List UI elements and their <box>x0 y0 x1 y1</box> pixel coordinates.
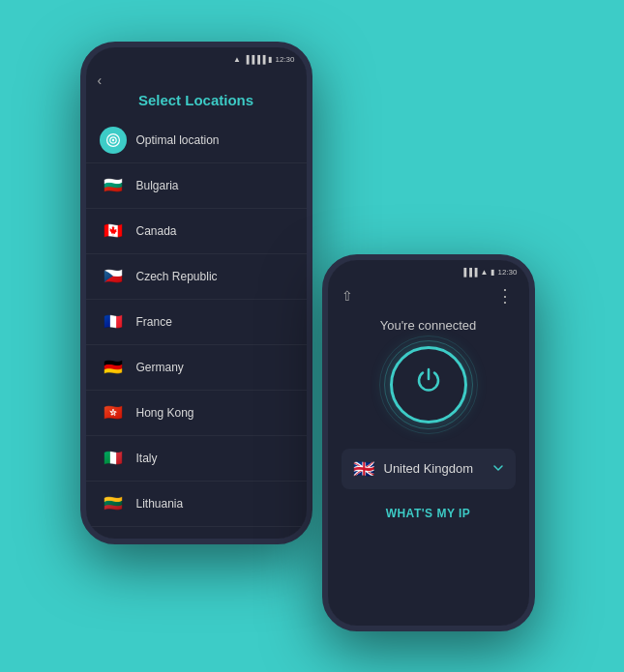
location-name-lithuania: Lithuania <box>136 497 184 511</box>
flag-hong-kong: 🇭🇰 <box>100 399 127 426</box>
wifi-icon: ▲ <box>233 55 241 64</box>
power-button <box>311 125 312 163</box>
status-bar-left: ▲ ▐▐▐▐ ▮ 12:30 <box>86 47 307 69</box>
phone-right: ▐▐▐ ▲ ▮ 12:30 ⇧ ⋮ You're connected <box>322 254 535 631</box>
status-icons-right: ▐▐▐ ▲ ▮ 12:30 <box>461 268 518 277</box>
list-item-optimal[interactable]: Optimal location <box>86 118 307 163</box>
time-right: 12:30 <box>497 268 517 277</box>
svg-point-2 <box>111 138 113 140</box>
left-phone-screen: ▲ ▐▐▐▐ ▮ 12:30 ‹ Select Locations <box>86 47 307 539</box>
signal-icon: ▐▐▐▐ <box>244 55 266 64</box>
more-button[interactable]: ⋮ <box>496 285 516 307</box>
list-item-france[interactable]: 🇫🇷 France <box>86 300 307 345</box>
location-name-germany: Germany <box>136 361 184 374</box>
power-button-right <box>533 337 535 376</box>
power-icon <box>413 365 444 403</box>
phone-left: ▲ ▐▐▐▐ ▮ 12:30 ‹ Select Locations <box>80 42 312 544</box>
country-name: United Kingdom <box>384 461 492 476</box>
battery-icon: ▮ <box>268 55 272 64</box>
location-name-italy: Italy <box>136 452 158 465</box>
list-item-hong-kong[interactable]: 🇭🇰 Hong Kong <box>86 391 307 436</box>
power-circle[interactable] <box>390 346 467 424</box>
connected-section: You're connected <box>328 314 529 437</box>
optimal-icon <box>100 127 127 154</box>
list-item-lithuania[interactable]: 🇱🇹 Lithuania <box>86 482 307 527</box>
flag-canada: 🇨🇦 <box>100 218 127 245</box>
flag-bulgaria: 🇧🇬 <box>100 172 127 199</box>
flag-germany: 🇩🇪 <box>100 354 127 381</box>
list-item-czech-republic[interactable]: 🇨🇿 Czech Republic <box>86 254 307 300</box>
list-item-germany[interactable]: 🇩🇪 Germany <box>86 345 307 391</box>
chevron-down-icon <box>492 461 504 477</box>
location-list: Optimal location 🇧🇬 Bulgaria 🇨🇦 Canada <box>86 118 307 539</box>
volume-up-button <box>80 134 82 163</box>
back-button[interactable]: ‹ <box>98 73 103 88</box>
location-name-canada: Canada <box>136 224 177 238</box>
volume-down-button <box>80 173 82 202</box>
flag-france: 🇫🇷 <box>100 308 127 336</box>
right-phone-screen: ▐▐▐ ▲ ▮ 12:30 ⇧ ⋮ You're connected <box>328 260 529 626</box>
country-flag: 🇬🇧 <box>353 458 374 480</box>
status-bar-right: ▐▐▐ ▲ ▮ 12:30 <box>328 260 529 281</box>
country-selector[interactable]: 🇬🇧 United Kingdom <box>342 449 516 489</box>
battery-icon-right: ▮ <box>490 268 494 277</box>
wifi-icon-right: ▲ <box>481 268 489 277</box>
whats-my-ip-button[interactable]: WHAT'S MY IP <box>328 497 529 530</box>
list-item-italy[interactable]: 🇮🇹 Italy <box>86 436 307 482</box>
list-item-canada[interactable]: 🇨🇦 Canada <box>86 209 307 254</box>
flag-czech-republic: 🇨🇿 <box>100 263 127 290</box>
list-item-bulgaria[interactable]: 🇧🇬 Bulgaria <box>86 163 307 209</box>
location-name-optimal: Optimal location <box>136 133 220 147</box>
right-phone-header: ⇧ ⋮ <box>328 281 529 314</box>
time-left: 12:30 <box>275 55 294 64</box>
share-button[interactable]: ⇧ <box>342 288 353 304</box>
phones-container: ▲ ▐▐▐▐ ▮ 12:30 ‹ Select Locations <box>61 22 564 651</box>
location-name-france: France <box>136 315 172 329</box>
flag-italy: 🇮🇹 <box>100 445 127 472</box>
status-icons-left: ▲ ▐▐▐▐ ▮ 12:30 <box>233 55 295 64</box>
screen-title: Select Locations <box>138 92 253 108</box>
left-phone-header: ‹ Select Locations <box>86 69 307 118</box>
location-name-hong-kong: Hong Kong <box>136 406 194 420</box>
location-name-czech-republic: Czech Republic <box>136 270 218 283</box>
signal-icon-right: ▐▐▐ <box>461 268 478 277</box>
connected-text: You're connected <box>380 318 477 333</box>
flag-lithuania: 🇱🇹 <box>100 490 127 517</box>
location-name-bulgaria: Bulgaria <box>136 179 179 192</box>
